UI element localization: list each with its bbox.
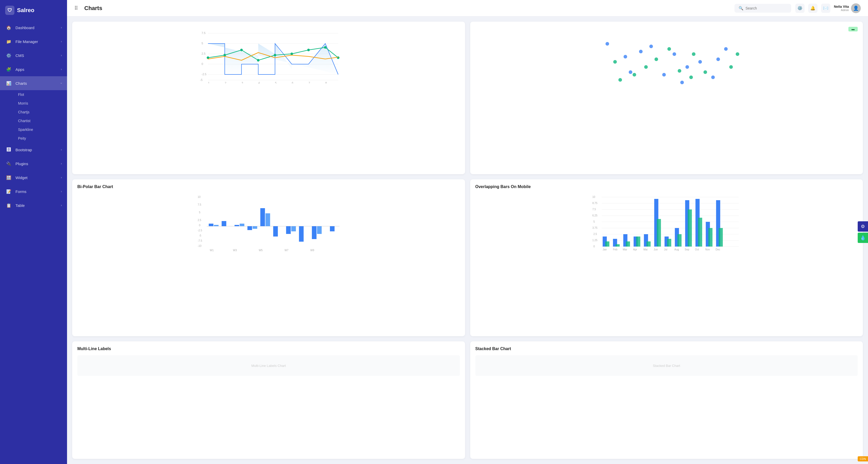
svg-point-30 [605, 42, 609, 45]
grid-icon[interactable]: ⠿ [74, 5, 78, 11]
svg-point-31 [623, 55, 627, 59]
avatar-image: 👤 [851, 3, 861, 13]
file-manager-icon: 📁 [5, 38, 12, 45]
sidebar-item-forms[interactable]: 📝 Forms › [0, 185, 67, 198]
plugins-icon: 🔌 [5, 160, 12, 167]
svg-text:5: 5 [199, 211, 200, 214]
sidebar-label-widget: Widget [16, 175, 28, 180]
app-logo[interactable]: 🛡 Salreo [0, 0, 67, 21]
svg-point-44 [632, 73, 636, 76]
sidebar-label-dashboard: Dashboard [16, 26, 34, 30]
subitem-chartist[interactable]: Chartist [16, 117, 67, 125]
svg-rect-119 [677, 234, 681, 246]
charts-icon: 📊 [5, 79, 12, 87]
sidebar-item-table[interactable]: 📋 Table › [0, 198, 67, 212]
svg-rect-67 [235, 225, 239, 226]
logo-icon: 🛡 [5, 6, 14, 15]
svg-rect-107 [615, 244, 619, 246]
settings-button[interactable]: ⚙️ [795, 4, 805, 13]
svg-text:W5: W5 [259, 249, 263, 252]
svg-point-52 [644, 65, 648, 69]
svg-point-34 [662, 73, 665, 76]
sidebar-item-cms[interactable]: ⚙️ CMS › [0, 48, 67, 62]
svg-text:2.5: 2.5 [202, 52, 206, 55]
svg-text:1: 1 [208, 81, 210, 84]
svg-point-51 [618, 78, 622, 82]
subitem-sparkline[interactable]: Sparkline [16, 125, 67, 134]
sidebar-item-dashboard[interactable]: 🏠 Dashboard › [0, 21, 67, 35]
svg-rect-73 [312, 226, 317, 239]
sidebar-item-bootstrap[interactable]: 🅱 Bootstrap › [0, 143, 67, 157]
sidebar: 🛡 Salreo 🏠 Dashboard › 📁 File Manager › … [0, 0, 67, 464]
svg-rect-71 [286, 226, 291, 234]
svg-text:-10: -10 [198, 244, 202, 247]
sidebar-label-charts: Charts [16, 81, 27, 86]
subitem-chartjs[interactable]: Chartjs [16, 108, 67, 117]
svg-text:5: 5 [593, 220, 595, 223]
subitem-peity[interactable]: Peity [16, 134, 67, 143]
svg-text:Sep: Sep [684, 248, 689, 251]
svg-text:8: 8 [326, 81, 327, 84]
sidebar-label-table: Table [16, 203, 25, 208]
svg-rect-69 [260, 208, 265, 226]
svg-rect-75 [222, 221, 226, 226]
svg-text:-2.5: -2.5 [202, 73, 207, 76]
svg-rect-117 [667, 239, 671, 246]
page-title: Charts [84, 5, 730, 11]
svg-text:3.75: 3.75 [592, 227, 597, 229]
svg-point-22 [223, 54, 226, 57]
svg-point-26 [290, 53, 293, 55]
svg-text:-2.5: -2.5 [198, 229, 203, 232]
svg-rect-65 [209, 224, 213, 226]
messages-button[interactable]: ✉️ [821, 4, 830, 13]
user-avatar-area[interactable]: Nella Vita Admin 👤 [834, 3, 861, 13]
notifications-button[interactable]: 🔔 [808, 4, 817, 13]
sidebar-nav: 🏠 Dashboard › 📁 File Manager › ⚙️ CMS › … [0, 21, 67, 464]
svg-text:-5: -5 [200, 78, 203, 81]
svg-rect-125 [708, 228, 712, 246]
scatter-chart [475, 33, 858, 91]
svg-text:8.75: 8.75 [592, 202, 597, 205]
sidebar-item-file-manager[interactable]: 📁 File Manager › [0, 35, 67, 48]
chart-card-4: Overlapping Bars On Mobile 10 8.75 7.5 6… [470, 179, 863, 336]
svg-text:W9: W9 [310, 249, 314, 252]
arrow-charts: › [60, 83, 63, 84]
sidebar-item-widget[interactable]: 🪟 Widget › [0, 171, 67, 185]
sidebar-item-plugins[interactable]: 🔌 Plugins › [0, 157, 67, 171]
svg-rect-78 [273, 226, 278, 236]
search-input[interactable] [746, 6, 787, 10]
svg-point-49 [703, 70, 707, 74]
subitem-flot[interactable]: Flot [16, 90, 67, 99]
svg-text:6: 6 [292, 81, 293, 84]
sidebar-item-charts[interactable]: 📊 Charts › [0, 76, 67, 90]
header: ⠿ Charts 🔍 ⚙️ 🔔 ✉️ Nella Vita Admin 👤 [67, 0, 868, 16]
sidebar-label-forms: Forms [16, 189, 27, 194]
svg-point-25 [274, 54, 276, 57]
subitem-morris[interactable]: Morris [16, 99, 67, 108]
svg-text:10: 10 [198, 196, 201, 198]
sidebar-item-apps[interactable]: 🧩 Apps › [0, 62, 67, 76]
widget-icon: 🪟 [5, 174, 12, 181]
search-box[interactable]: 🔍 [735, 4, 791, 12]
color-drop-button[interactable]: 💧 [858, 233, 868, 243]
svg-rect-127 [718, 228, 722, 246]
svg-text:W1: W1 [210, 249, 214, 252]
svg-rect-70 [266, 213, 270, 226]
chart-card-3: Bi-Polar Bar Chart 10 7.5 5 2.5 0 -2.5 -… [72, 179, 465, 336]
svg-point-46 [667, 47, 671, 51]
svg-text:Feb: Feb [613, 248, 617, 251]
svg-point-39 [724, 47, 727, 51]
svg-text:10: 10 [592, 196, 595, 198]
svg-text:5: 5 [275, 81, 277, 84]
scatter-legend: ▬ [848, 27, 858, 31]
svg-rect-105 [605, 241, 609, 246]
main-area: ⠿ Charts 🔍 ⚙️ 🔔 ✉️ Nella Vita Admin 👤 [67, 0, 868, 464]
svg-rect-109 [626, 241, 630, 246]
theme-settings-button[interactable]: ⚙ [858, 221, 868, 232]
charts-subnav: Flot Morris Chartjs Chartist Sparkline P… [0, 90, 67, 143]
svg-text:1.25: 1.25 [592, 239, 597, 242]
svg-text:7.5: 7.5 [592, 208, 596, 211]
svg-text:0: 0 [199, 224, 200, 227]
arrow-table: › [61, 203, 62, 207]
svg-text:W7: W7 [285, 249, 288, 252]
